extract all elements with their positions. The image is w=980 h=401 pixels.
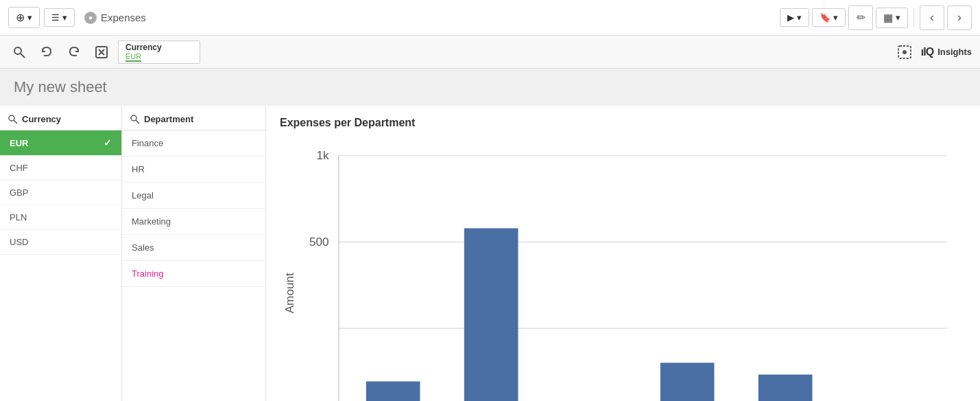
currency-item-usd[interactable]: USD <box>0 230 121 255</box>
app-menu-arrow: ▾ <box>27 12 32 23</box>
app-dot-icon: ● <box>84 12 97 24</box>
dept-item-finance[interactable]: Finance <box>122 130 265 157</box>
svg-text:Amount: Amount <box>283 273 296 313</box>
forward-icon: › <box>957 10 961 25</box>
app-menu-button[interactable]: ⊕ ▾ <box>8 7 40 28</box>
toolbar-left: ⊕ ▾ ☰ ▾ ● Expenses <box>8 7 146 28</box>
back-icon: ‹ <box>930 10 934 25</box>
svg-line-10 <box>136 120 139 124</box>
search-filter-icon[interactable] <box>8 41 30 63</box>
top-toolbar: ⊕ ▾ ☰ ▾ ● Expenses ▶ ▾ 🔖 ▾ ✏ ▦ ▾ ‹ <box>0 0 980 36</box>
presentation-icon: ▶ <box>787 12 794 23</box>
dept-item-hr[interactable]: HR <box>122 157 265 183</box>
currency-gbp-label: GBP <box>10 187 28 198</box>
sheet-title-bar: My new sheet <box>0 69 980 106</box>
department-header-label: Department <box>144 114 193 124</box>
app-title: Expenses <box>101 12 146 23</box>
bar-marketing <box>660 363 715 401</box>
forward-button[interactable]: › <box>947 5 972 30</box>
currency-usd-label: USD <box>10 237 28 247</box>
redo-icon <box>67 45 81 59</box>
svg-line-8 <box>14 120 17 124</box>
department-panel-header: Department <box>122 106 265 130</box>
frame-select-icon[interactable] <box>894 41 916 63</box>
undo-button[interactable] <box>36 41 58 63</box>
presentation-arrow: ▾ <box>797 12 802 23</box>
svg-point-6 <box>903 50 907 54</box>
back-button[interactable]: ‹ <box>920 5 944 30</box>
insights-chart-icon: ılQ <box>921 46 933 58</box>
dept-item-marketing[interactable]: Marketing <box>122 209 265 235</box>
svg-point-9 <box>131 115 136 121</box>
svg-text:1k: 1k <box>316 148 329 162</box>
dept-item-legal[interactable]: Legal <box>122 183 265 209</box>
currency-panel-header: Currency <box>0 106 121 130</box>
insights-label: Insights <box>937 47 972 57</box>
bar-sales <box>758 374 813 401</box>
filter-bar-right: ılQ Insights <box>894 41 972 63</box>
currency-search-icon <box>8 115 18 124</box>
compass-icon: ⊕ <box>16 11 25 24</box>
search-icon <box>12 45 26 59</box>
currency-item-chf[interactable]: CHF <box>0 156 121 181</box>
department-search-icon <box>130 115 140 124</box>
svg-text:500: 500 <box>309 235 329 249</box>
frame-icon <box>898 45 911 59</box>
currency-eur-label: EUR <box>10 138 28 148</box>
clear-selection-button[interactable] <box>91 41 112 63</box>
list-icon: ☰ <box>51 12 60 23</box>
chart-arrow: ▾ <box>896 12 900 23</box>
check-icon: ✓ <box>104 137 112 148</box>
chart-container: 1k 500 0 Amount Finan <box>280 136 966 401</box>
dept-item-sales[interactable]: Sales <box>122 235 265 261</box>
svg-line-1 <box>21 54 25 58</box>
chart-area: Expenses per Department 1k 500 0 Amount <box>266 106 980 401</box>
undo-icon <box>40 45 53 59</box>
main-content: Currency EUR ✓ CHF GBP PLN USD Departme <box>0 106 980 401</box>
bookmark-button[interactable]: 🔖 ▾ <box>812 8 846 27</box>
chart-button[interactable]: ▦ ▾ <box>876 8 908 28</box>
dept-item-training[interactable]: Training <box>122 261 265 287</box>
currency-chip-label: Currency <box>126 43 193 52</box>
app-name-label: ● Expenses <box>84 12 146 24</box>
pencil-button[interactable]: ✏ <box>848 5 873 30</box>
department-list: Finance HR Legal Marketing Sales Trainin… <box>122 130 265 287</box>
currency-chip-value: EUR <box>126 52 141 62</box>
toolbar-right: ▶ ▾ 🔖 ▾ ✏ ▦ ▾ ‹ › <box>780 5 972 30</box>
clear-icon <box>95 45 108 59</box>
bar-finance <box>366 381 420 401</box>
currency-panel: Currency EUR ✓ CHF GBP PLN USD <box>0 106 122 401</box>
bookmark-arrow: ▾ <box>833 12 838 23</box>
pencil-icon: ✏ <box>857 11 865 24</box>
svg-point-0 <box>14 47 21 54</box>
department-panel: Department Finance HR Legal Marketing Sa… <box>122 106 266 401</box>
currency-item-pln[interactable]: PLN <box>0 205 121 230</box>
bookmark-icon: 🔖 <box>820 12 830 23</box>
filter-bar: Currency EUR ılQ Insights <box>0 36 980 69</box>
currency-header-label: Currency <box>22 114 61 124</box>
list-menu-arrow: ▾ <box>62 12 67 23</box>
presentation-button[interactable]: ▶ ▾ <box>780 8 809 27</box>
bar-hr <box>464 228 518 401</box>
chart-icon: ▦ <box>883 12 893 24</box>
currency-item-eur[interactable]: EUR ✓ <box>0 130 121 156</box>
toolbar-divider <box>913 8 914 27</box>
chart-title: Expenses per Department <box>280 117 966 129</box>
currency-item-gbp[interactable]: GBP <box>0 181 121 205</box>
currency-list: EUR ✓ CHF GBP PLN USD <box>0 130 121 255</box>
sheet-title: My new sheet <box>14 78 107 95</box>
list-menu-button[interactable]: ☰ ▾ <box>44 8 75 27</box>
insights-button[interactable]: ılQ Insights <box>921 46 972 58</box>
currency-chf-label: CHF <box>10 163 28 173</box>
bar-chart: 1k 500 0 Amount Finan <box>280 136 966 401</box>
currency-pln-label: PLN <box>10 212 27 222</box>
svg-point-7 <box>9 115 14 121</box>
redo-button[interactable] <box>63 41 85 63</box>
currency-filter-chip[interactable]: Currency EUR <box>118 41 200 64</box>
